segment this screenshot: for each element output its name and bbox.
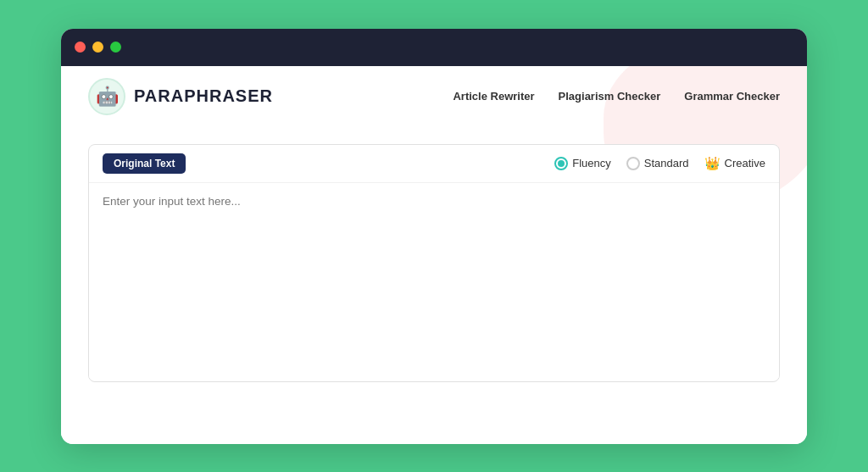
fluency-label: Fluency	[572, 157, 611, 169]
crown-icon: 👑	[704, 156, 721, 171]
nav-link-plagiarism-checker[interactable]: Plagiarism Checker	[559, 90, 661, 103]
close-button[interactable]	[75, 42, 86, 53]
mode-standard[interactable]: Standard	[626, 157, 689, 170]
page-content: 🤖 PARAPHRASER Article Rewriter Plagiaris…	[61, 66, 807, 444]
original-text-badge: Original Text	[103, 153, 186, 174]
mode-creative[interactable]: 👑 Creative	[704, 156, 765, 171]
logo-icon: 🤖	[88, 78, 125, 115]
browser-window: 🤖 PARAPHRASER Article Rewriter Plagiaris…	[61, 29, 807, 444]
mode-options: Fluency Standard 👑 Creative	[554, 156, 765, 171]
main-area: Original Text Fluency Standard	[61, 127, 807, 382]
nav-link-grammar-checker[interactable]: Grammar Checker	[684, 90, 780, 103]
fluency-radio[interactable]	[554, 157, 568, 170]
title-bar	[61, 29, 807, 66]
editor-container: Original Text Fluency Standard	[88, 144, 780, 382]
standard-radio[interactable]	[626, 157, 640, 170]
creative-label: Creative	[725, 157, 765, 169]
nav-links: Article Rewriter Plagiarism Checker Gram…	[453, 90, 780, 103]
editor-toolbar: Original Text Fluency Standard	[89, 145, 779, 183]
nav-link-article-rewriter[interactable]: Article Rewriter	[453, 90, 534, 103]
maximize-button[interactable]	[110, 42, 121, 53]
navbar: 🤖 PARAPHRASER Article Rewriter Plagiaris…	[61, 66, 807, 127]
logo-area: 🤖 PARAPHRASER	[88, 78, 273, 115]
minimize-button[interactable]	[92, 42, 103, 53]
text-input[interactable]	[89, 183, 779, 378]
mode-fluency[interactable]: Fluency	[554, 157, 611, 170]
standard-label: Standard	[644, 157, 689, 169]
logo-text: PARAPHRASER	[134, 86, 273, 106]
